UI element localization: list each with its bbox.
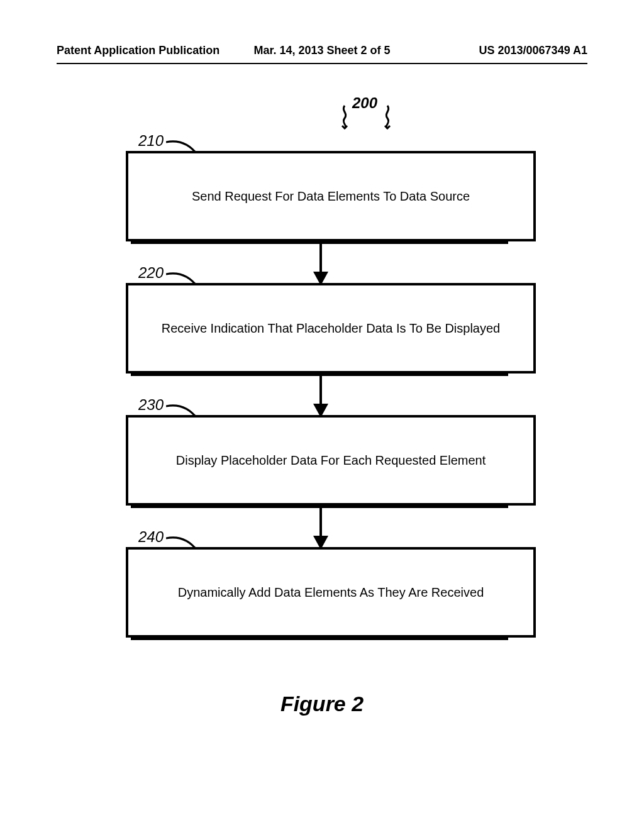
figure-caption: Figure 2 [0, 692, 644, 716]
arrow-down-icon [308, 508, 333, 552]
step-text: Receive Indication That Placeholder Data… [162, 321, 500, 336]
step-ref-220: 220 [138, 264, 164, 282]
arrow-down-icon [308, 376, 333, 420]
header-right: US 2013/0067349 A1 [479, 44, 587, 57]
header-rule [57, 63, 587, 64]
squiggle-right-icon [381, 104, 394, 130]
arrow-down-icon [308, 244, 333, 288]
diagram-ref-number: 200 [352, 94, 377, 111]
diagram-reference-200: 200 [352, 94, 377, 112]
step-ref-240: 240 [138, 528, 164, 546]
squiggle-left-icon [338, 104, 351, 130]
step-box-240: Dynamically Add Data Elements As They Ar… [126, 547, 536, 638]
step-ref-210: 210 [138, 132, 164, 150]
step-text: Send Request For Data Elements To Data S… [192, 189, 470, 204]
step-text: Display Placeholder Data For Each Reques… [176, 453, 486, 468]
step-box-210: Send Request For Data Elements To Data S… [126, 151, 536, 241]
step-box-220: Receive Indication That Placeholder Data… [126, 283, 536, 374]
step-text: Dynamically Add Data Elements As They Ar… [178, 585, 484, 600]
step-box-230: Display Placeholder Data For Each Reques… [126, 415, 536, 506]
header-left: Patent Application Publication [57, 44, 219, 57]
header-center: Mar. 14, 2013 Sheet 2 of 5 [253, 44, 390, 57]
step-ref-230: 230 [138, 396, 164, 414]
page-header: Patent Application Publication Mar. 14, … [0, 44, 644, 57]
